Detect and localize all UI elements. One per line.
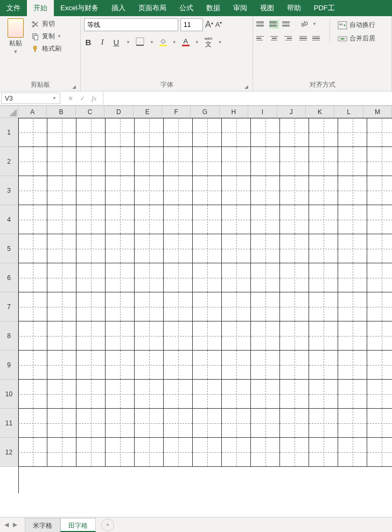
align-center-button[interactable] bbox=[269, 34, 279, 43]
cell[interactable] bbox=[135, 321, 164, 351]
sheet-tab-1[interactable]: 米字格 bbox=[25, 518, 60, 532]
cell[interactable] bbox=[338, 176, 367, 205]
cell[interactable] bbox=[193, 118, 222, 147]
align-bottom-button[interactable] bbox=[282, 20, 292, 29]
cell[interactable] bbox=[106, 234, 135, 263]
cell[interactable] bbox=[251, 292, 280, 321]
cell[interactable] bbox=[222, 438, 251, 467]
cell[interactable] bbox=[164, 380, 193, 409]
cell[interactable] bbox=[309, 205, 338, 234]
cell[interactable] bbox=[338, 292, 367, 321]
cell[interactable] bbox=[47, 321, 76, 351]
tab-home[interactable]: 开始 bbox=[27, 0, 54, 16]
cell[interactable] bbox=[280, 147, 309, 176]
cell[interactable] bbox=[47, 263, 76, 292]
add-sheet-button[interactable]: ＋ bbox=[101, 519, 114, 531]
cell[interactable] bbox=[280, 176, 309, 205]
column-header[interactable]: G bbox=[191, 106, 219, 117]
cell[interactable] bbox=[367, 351, 392, 380]
cell[interactable] bbox=[106, 263, 135, 292]
cell[interactable] bbox=[106, 321, 135, 351]
cell[interactable] bbox=[280, 351, 309, 380]
cell[interactable] bbox=[76, 205, 106, 234]
cell[interactable] bbox=[280, 234, 309, 263]
cell[interactable] bbox=[164, 438, 193, 467]
cell[interactable] bbox=[251, 409, 280, 438]
fx-icon[interactable]: fx bbox=[92, 94, 96, 103]
name-box[interactable]: V3 ▼ bbox=[1, 93, 60, 104]
cell[interactable] bbox=[338, 234, 367, 263]
align-top-button[interactable] bbox=[256, 20, 266, 29]
cell[interactable] bbox=[280, 205, 309, 234]
cell[interactable] bbox=[251, 176, 280, 205]
next-sheet-icon[interactable]: ▶ bbox=[13, 521, 17, 528]
cell[interactable] bbox=[135, 409, 164, 438]
cell[interactable] bbox=[338, 147, 367, 176]
copy-button[interactable]: 复制 ▼ bbox=[31, 32, 61, 41]
cell[interactable] bbox=[338, 321, 367, 351]
row-header[interactable]: 2 bbox=[0, 147, 18, 176]
cell[interactable] bbox=[76, 380, 106, 409]
cell[interactable] bbox=[47, 438, 76, 467]
cell[interactable] bbox=[164, 321, 193, 351]
cell[interactable] bbox=[222, 321, 251, 351]
cell[interactable] bbox=[251, 147, 280, 176]
cell[interactable] bbox=[280, 380, 309, 409]
formula-input[interactable] bbox=[103, 92, 392, 105]
cell[interactable] bbox=[280, 321, 309, 351]
cell[interactable] bbox=[193, 263, 222, 292]
cell[interactable] bbox=[47, 351, 76, 380]
cell[interactable] bbox=[367, 263, 392, 292]
cell[interactable] bbox=[338, 409, 367, 438]
cell[interactable] bbox=[18, 234, 47, 263]
cell[interactable] bbox=[367, 321, 392, 351]
column-header[interactable]: A bbox=[18, 106, 47, 117]
cell-grid[interactable] bbox=[18, 118, 392, 493]
dropdown-icon[interactable]: ▼ bbox=[312, 22, 317, 26]
cell[interactable] bbox=[222, 147, 251, 176]
underline-button[interactable]: U bbox=[112, 38, 121, 47]
cell[interactable] bbox=[251, 118, 280, 147]
cell[interactable] bbox=[251, 321, 280, 351]
cell[interactable] bbox=[309, 263, 338, 292]
cell[interactable] bbox=[106, 351, 135, 380]
cell[interactable] bbox=[193, 234, 222, 263]
cut-button[interactable]: 剪切 bbox=[31, 19, 61, 29]
cell[interactable] bbox=[135, 205, 164, 234]
tab-excel-finance[interactable]: Excel与财务 bbox=[54, 0, 105, 16]
cell[interactable] bbox=[18, 380, 47, 409]
cell[interactable] bbox=[367, 292, 392, 321]
cell[interactable] bbox=[251, 263, 280, 292]
cell[interactable] bbox=[106, 438, 135, 467]
cell[interactable] bbox=[309, 409, 338, 438]
cell[interactable] bbox=[135, 263, 164, 292]
cell[interactable] bbox=[18, 147, 47, 176]
tab-data[interactable]: 数据 bbox=[200, 0, 227, 16]
cell[interactable] bbox=[367, 176, 392, 205]
cell[interactable] bbox=[338, 438, 367, 467]
dropdown-icon[interactable]: ▼ bbox=[172, 40, 177, 45]
cell[interactable] bbox=[106, 176, 135, 205]
cell[interactable] bbox=[164, 351, 193, 380]
cell[interactable] bbox=[164, 234, 193, 263]
cell[interactable] bbox=[76, 409, 106, 438]
tab-view[interactable]: 视图 bbox=[254, 0, 281, 16]
cell[interactable] bbox=[47, 205, 76, 234]
tab-formulas[interactable]: 公式 bbox=[173, 0, 200, 16]
cell[interactable] bbox=[338, 205, 367, 234]
column-header[interactable]: I bbox=[248, 106, 277, 117]
cell[interactable] bbox=[18, 176, 47, 205]
cell[interactable] bbox=[251, 380, 280, 409]
row-header[interactable]: 11 bbox=[0, 409, 18, 438]
align-middle-button[interactable] bbox=[269, 20, 279, 29]
tab-help[interactable]: 帮助 bbox=[281, 0, 307, 16]
cell[interactable] bbox=[280, 118, 309, 147]
cell[interactable] bbox=[338, 118, 367, 147]
cell[interactable] bbox=[135, 351, 164, 380]
cell[interactable] bbox=[18, 118, 47, 147]
paste-button[interactable]: 粘贴 ▼ bbox=[3, 18, 28, 54]
tab-insert[interactable]: 插入 bbox=[105, 0, 132, 16]
cell[interactable] bbox=[47, 380, 76, 409]
cell[interactable] bbox=[76, 147, 106, 176]
bold-button[interactable]: B bbox=[84, 38, 93, 47]
